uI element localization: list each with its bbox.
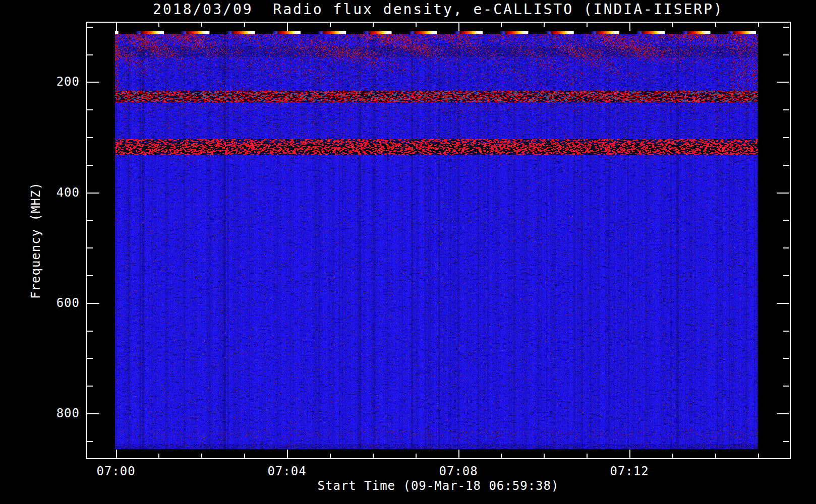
y-minor-tick xyxy=(783,247,789,248)
y-major-tick xyxy=(777,303,789,304)
x-minor-tick xyxy=(758,23,759,27)
y-minor-tick xyxy=(87,27,93,28)
x-major-tick xyxy=(287,23,288,31)
y-major-tick xyxy=(87,193,99,194)
x-tick-label: 07:00 xyxy=(81,464,151,479)
y-minor-tick xyxy=(783,27,789,28)
x-tick-label: 07:08 xyxy=(423,464,494,479)
x-major-tick xyxy=(116,450,117,458)
x-minor-tick xyxy=(244,454,245,458)
x-minor-tick xyxy=(544,23,545,27)
y-minor-tick xyxy=(87,275,93,276)
y-minor-tick xyxy=(783,109,789,110)
y-major-tick xyxy=(777,82,789,83)
x-minor-tick xyxy=(587,23,588,27)
x-minor-tick xyxy=(373,23,374,27)
y-major-tick xyxy=(87,82,99,83)
x-minor-tick xyxy=(587,454,588,458)
y-tick-label: 800 xyxy=(32,406,80,421)
x-minor-tick xyxy=(672,454,673,458)
spectrogram-image xyxy=(115,31,758,449)
x-minor-tick xyxy=(373,454,374,458)
y-minor-tick xyxy=(783,54,789,55)
y-minor-tick xyxy=(87,137,93,138)
x-minor-tick xyxy=(244,23,245,27)
x-major-tick xyxy=(629,23,630,31)
x-minor-tick xyxy=(715,23,716,27)
x-axis-title: Start Time (09-Mar-18 06:59:38) xyxy=(86,478,791,493)
plot-title: 2018/03/09 Radio flux density, e-CALLIST… xyxy=(86,1,791,18)
y-major-tick xyxy=(777,413,789,414)
y-minor-tick xyxy=(87,247,93,248)
y-minor-tick xyxy=(87,54,93,55)
y-major-tick xyxy=(777,193,789,194)
x-major-tick xyxy=(458,450,459,458)
x-minor-tick xyxy=(416,23,417,27)
x-tick-label: 07:04 xyxy=(252,464,322,479)
x-minor-tick xyxy=(330,454,331,458)
spectrogram-page: 2018/03/09 Radio flux density, e-CALLIST… xyxy=(0,0,816,504)
y-minor-tick xyxy=(87,109,93,110)
y-minor-tick xyxy=(87,331,93,332)
x-minor-tick xyxy=(416,454,417,458)
y-minor-tick xyxy=(783,165,789,166)
y-minor-tick xyxy=(783,386,789,387)
x-minor-tick xyxy=(758,454,759,458)
x-minor-tick xyxy=(158,454,159,458)
y-minor-tick xyxy=(783,331,789,332)
x-minor-tick xyxy=(501,23,502,27)
x-major-tick xyxy=(116,23,117,31)
x-minor-tick xyxy=(544,454,545,458)
x-minor-tick xyxy=(201,23,202,27)
y-minor-tick xyxy=(87,386,93,387)
y-minor-tick xyxy=(87,165,93,166)
y-major-tick xyxy=(87,413,99,414)
x-major-tick xyxy=(287,450,288,458)
x-minor-tick xyxy=(672,23,673,27)
y-minor-tick xyxy=(783,137,789,138)
y-tick-label: 200 xyxy=(32,74,80,89)
x-minor-tick xyxy=(501,454,502,458)
x-minor-tick xyxy=(715,454,716,458)
x-tick-label: 07:12 xyxy=(594,464,665,479)
x-minor-tick xyxy=(330,23,331,27)
y-minor-tick xyxy=(87,358,93,359)
y-major-tick xyxy=(87,303,99,304)
x-major-tick xyxy=(629,450,630,458)
y-minor-tick xyxy=(87,220,93,221)
y-minor-tick xyxy=(783,220,789,221)
y-minor-tick xyxy=(783,358,789,359)
x-major-tick xyxy=(458,23,459,31)
y-minor-tick xyxy=(783,441,789,442)
x-minor-tick xyxy=(158,23,159,27)
y-minor-tick xyxy=(783,275,789,276)
x-minor-tick xyxy=(201,454,202,458)
y-minor-tick xyxy=(87,441,93,442)
